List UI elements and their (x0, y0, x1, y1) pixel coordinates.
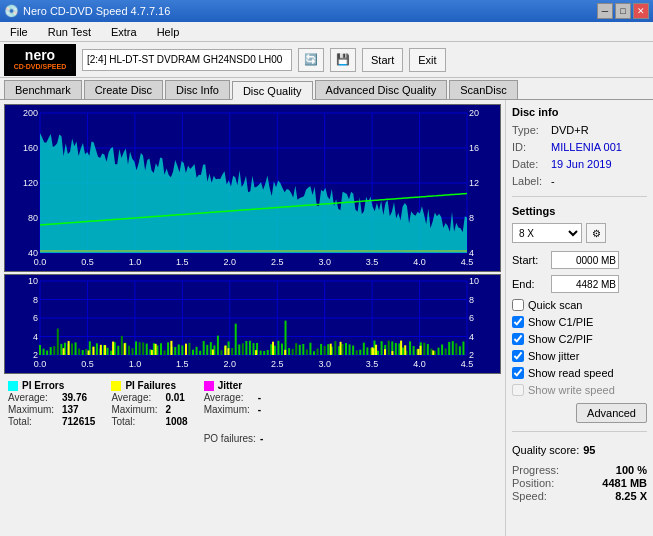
jitter-dot (204, 381, 214, 391)
speed-settings-row: 8 X ⚙ (512, 223, 647, 243)
tab-create-disc[interactable]: Create Disc (84, 80, 163, 99)
disc-id-row: ID: MILLENIA 001 (512, 141, 647, 153)
start-mb-row: Start: 0000 MB (512, 251, 647, 269)
po-failures-label: PO failures: (204, 433, 256, 444)
exit-button[interactable]: Exit (409, 48, 445, 72)
end-mb-input[interactable] (551, 275, 619, 293)
disc-date-row: Date: 19 Jun 2019 (512, 158, 647, 170)
toolbar-icon-save[interactable]: 💾 (330, 48, 356, 72)
title-bar: 💿 Nero CD-DVD Speed 4.7.7.16 ─ □ ✕ (0, 0, 653, 22)
jitter-stat: Jitter Average: - Maximum: - PO failures… (204, 380, 264, 444)
show-read-speed-label: Show read speed (528, 367, 614, 379)
top-chart (4, 104, 501, 272)
app-icon: 💿 (4, 4, 19, 18)
progress-section: Progress: 100 % Position: 4481 MB Speed:… (512, 464, 647, 503)
nero-text: nero (25, 48, 55, 63)
position-label: Position: (512, 477, 554, 489)
quick-scan-row: Quick scan (512, 299, 647, 311)
progress-row: Progress: 100 % (512, 464, 647, 476)
right-panel: Disc info Type: DVD+R ID: MILLENIA 001 D… (505, 100, 653, 536)
bottom-chart (4, 274, 501, 374)
end-mb-label: End: (512, 278, 547, 290)
pi-errors-avg-value: 39.76 (62, 392, 87, 403)
menu-file[interactable]: File (4, 24, 34, 40)
progress-value: 100 % (616, 464, 647, 476)
disc-type-row: Type: DVD+R (512, 124, 647, 136)
drive-select-wrapper[interactable]: [2:4] HL-DT-ST DVDRAM GH24NSD0 LH00 (82, 49, 292, 71)
tab-disc-quality[interactable]: Disc Quality (232, 81, 313, 100)
jitter-label: Jitter (218, 380, 242, 391)
show-read-speed-row: Show read speed (512, 367, 647, 379)
quality-score-row: Quality score: 95 (512, 444, 647, 456)
start-button[interactable]: Start (362, 48, 403, 72)
refresh-icon: 🔄 (304, 53, 318, 66)
toolbar-icon-refresh[interactable]: 🔄 (298, 48, 324, 72)
pi-errors-max-label: Maximum: (8, 404, 58, 415)
title-bar-left: 💿 Nero CD-DVD Speed 4.7.7.16 (4, 4, 170, 18)
settings-title: Settings (512, 205, 647, 217)
minimize-button[interactable]: ─ (597, 3, 613, 19)
show-write-speed-checkbox (512, 384, 524, 396)
menu-extra[interactable]: Extra (105, 24, 143, 40)
speed-label: Speed: (512, 490, 547, 502)
show-jitter-row: Show jitter (512, 350, 647, 362)
pi-errors-dot (8, 381, 18, 391)
nero-cd-text: CD·DVD/SPEED (14, 63, 67, 71)
show-c1pie-label: Show C1/PIE (528, 316, 593, 328)
position-row: Position: 4481 MB (512, 477, 647, 489)
toolbar: nero CD·DVD/SPEED [2:4] HL-DT-ST DVDRAM … (0, 42, 653, 78)
show-c1pie-row: Show C1/PIE (512, 316, 647, 328)
tab-disc-info[interactable]: Disc Info (165, 80, 230, 99)
chart-area: PI Errors Average: 39.76 Maximum: 137 To… (0, 100, 505, 536)
main-content: PI Errors Average: 39.76 Maximum: 137 To… (0, 100, 653, 536)
pi-failures-avg-value: 0.01 (165, 392, 184, 403)
disc-label-label: Label: (512, 175, 547, 187)
quick-scan-label: Quick scan (528, 299, 582, 311)
start-mb-label: Start: (512, 254, 547, 266)
disc-id-value: MILLENIA 001 (551, 141, 622, 153)
speed-select[interactable]: 8 X (512, 223, 582, 243)
menu-run-test[interactable]: Run Test (42, 24, 97, 40)
tabs: Benchmark Create Disc Disc Info Disc Qua… (0, 78, 653, 100)
close-button[interactable]: ✕ (633, 3, 649, 19)
show-jitter-checkbox[interactable] (512, 350, 524, 362)
show-write-speed-label: Show write speed (528, 384, 615, 396)
jitter-avg-value: - (258, 392, 261, 403)
show-c2pif-label: Show C2/PIF (528, 333, 593, 345)
show-c2pif-row: Show C2/PIF (512, 333, 647, 345)
show-c2pif-checkbox[interactable] (512, 333, 524, 345)
drive-select[interactable]: [2:4] HL-DT-ST DVDRAM GH24NSD0 LH00 (82, 49, 292, 71)
window-title: Nero CD-DVD Speed 4.7.7.16 (23, 5, 170, 17)
pi-errors-avg-label: Average: (8, 392, 58, 403)
disc-id-label: ID: (512, 141, 547, 153)
menu-help[interactable]: Help (151, 24, 186, 40)
nero-logo: nero CD·DVD/SPEED (4, 44, 76, 76)
quick-scan-checkbox[interactable] (512, 299, 524, 311)
disc-date-value: 19 Jun 2019 (551, 158, 612, 170)
settings-icon-btn[interactable]: ⚙ (586, 223, 606, 243)
save-icon: 💾 (336, 53, 350, 66)
show-read-speed-checkbox[interactable] (512, 367, 524, 379)
pi-errors-label: PI Errors (22, 380, 64, 391)
divider-1 (512, 196, 647, 197)
stats-row: PI Errors Average: 39.76 Maximum: 137 To… (4, 376, 501, 446)
pi-errors-total-value: 712615 (62, 416, 95, 427)
tab-scan-disc[interactable]: ScanDisc (449, 80, 517, 99)
maximize-button[interactable]: □ (615, 3, 631, 19)
divider-2 (512, 431, 647, 432)
tab-benchmark[interactable]: Benchmark (4, 80, 82, 99)
show-c1pie-checkbox[interactable] (512, 316, 524, 328)
tab-advanced-disc-quality[interactable]: Advanced Disc Quality (315, 80, 448, 99)
quality-score-value: 95 (583, 444, 595, 456)
progress-label: Progress: (512, 464, 559, 476)
jitter-max-value: - (258, 404, 261, 415)
disc-label-value: - (551, 175, 555, 187)
disc-date-label: Date: (512, 158, 547, 170)
disc-type-label: Type: (512, 124, 547, 136)
advanced-button[interactable]: Advanced (576, 403, 647, 423)
end-mb-row: End: (512, 275, 647, 293)
disc-label-row: Label: - (512, 175, 647, 187)
pi-failures-avg-label: Average: (111, 392, 161, 403)
pi-failures-max-label: Maximum: (111, 404, 161, 415)
start-mb-input[interactable]: 0000 MB (551, 251, 619, 269)
